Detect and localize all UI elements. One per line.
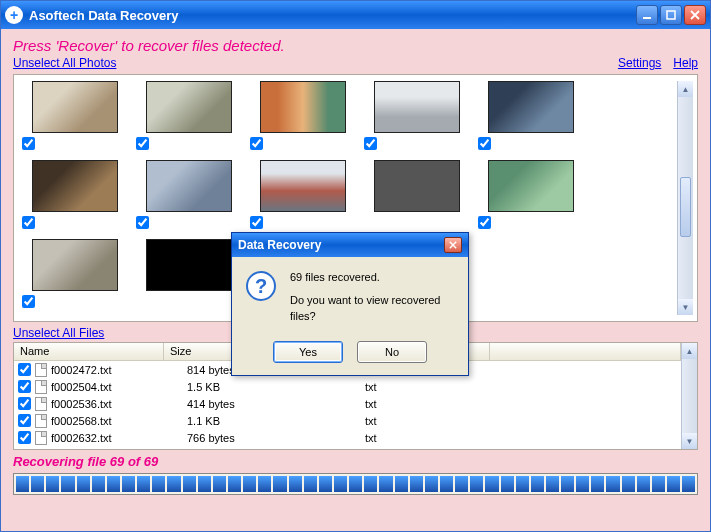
dialog-line1: 69 files recovered. xyxy=(290,269,454,286)
column-header-name[interactable]: Name xyxy=(14,343,164,360)
photo-thumbnail[interactable] xyxy=(32,81,118,133)
photo-item[interactable] xyxy=(364,81,460,150)
photo-item[interactable] xyxy=(136,239,232,308)
body-area: Press 'Recover' to recover files detecte… xyxy=(1,29,710,531)
photo-item[interactable] xyxy=(250,81,346,150)
dialog-close-button[interactable] xyxy=(444,237,462,253)
photo-item[interactable] xyxy=(136,160,232,229)
table-row[interactable]: f0002504.txt1.5 KBtxt xyxy=(14,378,681,395)
help-link[interactable]: Help xyxy=(673,56,698,70)
file-name: f0002504.txt xyxy=(51,381,112,393)
close-button[interactable] xyxy=(684,5,706,25)
titlebar: + Asoftech Data Recovery xyxy=(1,1,710,29)
dialog-titlebar: Data Recovery xyxy=(232,233,468,257)
photo-thumbnail[interactable] xyxy=(32,239,118,291)
dialog-line2: Do you want to view recovered files? xyxy=(290,292,454,325)
photo-thumbnail[interactable] xyxy=(260,160,346,212)
dialog-body: ? 69 files recovered. Do you want to vie… xyxy=(232,257,468,335)
photo-item[interactable] xyxy=(364,160,460,229)
photo-thumbnail[interactable] xyxy=(146,81,232,133)
photo-checkbox[interactable] xyxy=(478,216,491,229)
photo-item[interactable] xyxy=(22,160,118,229)
file-checkbox[interactable] xyxy=(18,414,31,427)
photo-checkbox[interactable] xyxy=(136,216,149,229)
file-ext: txt xyxy=(359,415,507,427)
top-link-row: Unselect All Photos Settings Help xyxy=(13,56,698,70)
photo-item[interactable] xyxy=(22,239,118,308)
photo-thumbnail[interactable] xyxy=(32,160,118,212)
file-name: f0002632.txt xyxy=(51,432,112,444)
svg-rect-1 xyxy=(667,11,675,19)
dialog-title: Data Recovery xyxy=(238,238,321,252)
settings-link[interactable]: Settings xyxy=(618,56,661,70)
file-checkbox[interactable] xyxy=(18,397,31,410)
photo-item[interactable] xyxy=(136,81,232,150)
maximize-button[interactable] xyxy=(660,5,682,25)
file-icon xyxy=(35,363,47,377)
dialog-buttons: Yes No xyxy=(232,335,468,375)
file-size: 414 bytes xyxy=(181,398,359,410)
window-title: Asoftech Data Recovery xyxy=(29,8,634,23)
file-name: f0002472.txt xyxy=(51,364,112,376)
app-window: + Asoftech Data Recovery Press 'Recover'… xyxy=(0,0,711,532)
file-icon xyxy=(35,380,47,394)
photo-checkbox[interactable] xyxy=(364,137,377,150)
no-button[interactable]: No xyxy=(357,341,427,363)
photo-item[interactable] xyxy=(478,160,574,229)
scroll-down-arrow-icon[interactable]: ▼ xyxy=(682,433,697,449)
table-row[interactable]: f0002632.txt766 bytestxt xyxy=(14,429,681,446)
file-icon xyxy=(35,397,47,411)
svg-rect-0 xyxy=(643,17,651,19)
file-checkbox[interactable] xyxy=(18,380,31,393)
photo-item[interactable] xyxy=(250,160,346,229)
photo-thumbnail[interactable] xyxy=(488,160,574,212)
dialog-data-recovery: Data Recovery ? 69 files recovered. Do y… xyxy=(231,232,469,376)
minimize-button[interactable] xyxy=(636,5,658,25)
app-icon: + xyxy=(5,6,23,24)
photo-thumbnail[interactable] xyxy=(488,81,574,133)
dialog-text: 69 files recovered. Do you want to view … xyxy=(290,269,454,325)
question-icon: ? xyxy=(246,271,276,301)
file-name: f0002568.txt xyxy=(51,415,112,427)
file-icon xyxy=(35,431,47,445)
scroll-thumb[interactable] xyxy=(680,177,691,237)
scroll-up-arrow-icon[interactable]: ▲ xyxy=(682,343,697,359)
photo-checkbox[interactable] xyxy=(478,137,491,150)
photo-item[interactable] xyxy=(22,81,118,150)
scroll-track[interactable] xyxy=(678,97,693,299)
file-size: 1.5 KB xyxy=(181,381,359,393)
file-checkbox[interactable] xyxy=(18,431,31,444)
photo-thumbnail[interactable] xyxy=(146,239,232,291)
photo-checkbox[interactable] xyxy=(22,295,35,308)
photo-checkbox[interactable] xyxy=(22,216,35,229)
photo-checkbox[interactable] xyxy=(250,137,263,150)
photo-thumbnail[interactable] xyxy=(260,81,346,133)
table-row[interactable]: f0002568.txt1.1 KBtxt xyxy=(14,412,681,429)
file-ext: txt xyxy=(359,381,507,393)
photo-checkbox[interactable] xyxy=(22,137,35,150)
photo-checkbox[interactable] xyxy=(136,137,149,150)
file-name: f0002536.txt xyxy=(51,398,112,410)
photo-thumbnail[interactable] xyxy=(374,160,460,212)
unselect-all-files-link[interactable]: Unselect All Files xyxy=(13,326,104,340)
photo-thumbnail[interactable] xyxy=(374,81,460,133)
table-row[interactable]: f0002536.txt414 bytestxt xyxy=(14,395,681,412)
photo-thumbnail[interactable] xyxy=(146,160,232,212)
instruction-text: Press 'Recover' to recover files detecte… xyxy=(13,37,698,54)
column-header-spare xyxy=(490,343,681,360)
photo-checkbox[interactable] xyxy=(250,216,263,229)
unselect-all-photos-link[interactable]: Unselect All Photos xyxy=(13,56,116,70)
photo-scrollbar[interactable]: ▲ ▼ xyxy=(677,81,693,315)
scroll-track[interactable] xyxy=(682,359,697,433)
file-scrollbar[interactable]: ▲ ▼ xyxy=(681,343,697,449)
file-size: 766 bytes xyxy=(181,432,359,444)
file-size: 1.1 KB xyxy=(181,415,359,427)
yes-button[interactable]: Yes xyxy=(273,341,343,363)
file-checkbox[interactable] xyxy=(18,363,31,376)
file-ext: txt xyxy=(359,432,507,444)
photo-item[interactable] xyxy=(478,81,574,150)
scroll-down-arrow-icon[interactable]: ▼ xyxy=(678,299,693,315)
file-ext: txt xyxy=(359,398,507,410)
scroll-up-arrow-icon[interactable]: ▲ xyxy=(678,81,693,97)
file-icon xyxy=(35,414,47,428)
